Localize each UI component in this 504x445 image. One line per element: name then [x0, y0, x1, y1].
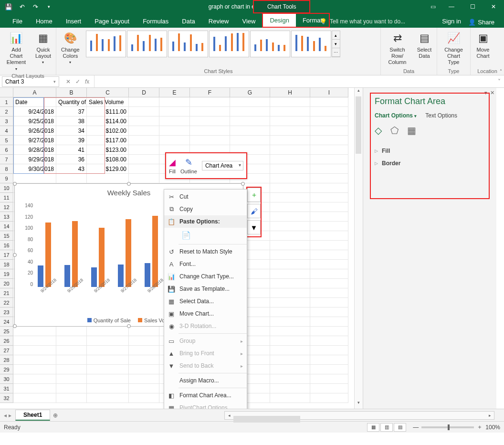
row-header[interactable]: 9: [0, 174, 13, 183]
cell[interactable]: [270, 346, 310, 355]
row-header[interactable]: 21: [0, 288, 13, 298]
cell[interactable]: [190, 126, 230, 136]
tab-insert[interactable]: Insert: [59, 15, 88, 28]
cell[interactable]: [270, 126, 310, 136]
cancel-icon[interactable]: ✕: [66, 78, 71, 85]
cell[interactable]: [270, 107, 310, 117]
cell[interactable]: [270, 212, 310, 222]
cell[interactable]: [230, 117, 270, 126]
add-sheet-button[interactable]: ⊕: [50, 412, 61, 419]
cell[interactable]: [310, 393, 348, 403]
mini-element-dropdown[interactable]: Chart Area: [202, 161, 243, 170]
ctx-font[interactable]: AFont...: [164, 258, 247, 270]
cell[interactable]: [310, 269, 348, 279]
cell[interactable]: 36: [56, 155, 87, 164]
cell[interactable]: [87, 384, 129, 393]
redo-icon[interactable]: ↷: [31, 2, 40, 11]
cell[interactable]: [129, 145, 159, 155]
chart-style-thumb[interactable]: [127, 31, 167, 57]
cell[interactable]: [190, 107, 230, 117]
cell[interactable]: 9/30/2018: [13, 164, 56, 174]
cell[interactable]: [310, 222, 348, 231]
cell[interactable]: [87, 365, 129, 374]
cell[interactable]: [310, 250, 348, 260]
zoom-out-icon[interactable]: —: [413, 424, 419, 431]
collapse-ribbon-icon[interactable]: ˄: [500, 69, 502, 74]
row-header[interactable]: 31: [0, 384, 13, 393]
cell[interactable]: [129, 136, 159, 145]
cell[interactable]: 34: [56, 126, 87, 136]
cell[interactable]: [87, 336, 129, 346]
cell[interactable]: [310, 317, 348, 327]
cell[interactable]: [310, 183, 348, 193]
zoom-in-icon[interactable]: ＋: [477, 423, 483, 431]
cell[interactable]: [310, 260, 348, 269]
row-header[interactable]: 30: [0, 374, 13, 384]
bar-group[interactable]: [118, 219, 132, 287]
pane-tab-text-options[interactable]: Text Options: [425, 112, 457, 119]
row-header[interactable]: 4: [0, 126, 13, 136]
cell[interactable]: 41: [56, 145, 87, 155]
resize-handle[interactable]: [13, 253, 17, 257]
select-all-corner[interactable]: [0, 88, 13, 97]
plot-area[interactable]: [34, 206, 168, 287]
ctx-change-chart-type[interactable]: 📊Change Chart Type...: [164, 270, 247, 283]
horizontal-scrollbar[interactable]: ◂ ▸: [224, 411, 494, 420]
tab-file[interactable]: File: [6, 15, 29, 28]
qat-dropdown-icon[interactable]: ▾: [44, 2, 53, 11]
ctx-assign-macro[interactable]: Assign Macro...: [164, 374, 247, 387]
cell[interactable]: [190, 97, 230, 107]
chart-style-thumb[interactable]: [250, 31, 290, 57]
cell[interactable]: [270, 117, 310, 126]
row-header[interactable]: 1: [0, 97, 13, 107]
cell[interactable]: [56, 336, 87, 346]
pane-section-fill[interactable]: ▷Fill: [375, 145, 485, 157]
cell[interactable]: [310, 212, 348, 222]
scroll-down-icon[interactable]: ▾: [355, 400, 363, 409]
row-header[interactable]: 24: [0, 317, 13, 327]
chart-filters-button[interactable]: ▼: [247, 220, 261, 234]
cell[interactable]: [129, 374, 159, 384]
cell[interactable]: [270, 174, 310, 183]
cell[interactable]: [310, 193, 348, 202]
cell[interactable]: [270, 269, 310, 279]
cell[interactable]: [310, 145, 348, 155]
vertical-scrollbar[interactable]: ▴ ▾: [354, 88, 363, 409]
column-header[interactable]: H: [270, 88, 310, 97]
tab-home[interactable]: Home: [29, 15, 59, 28]
chart-styles-button[interactable]: 🖌: [247, 204, 261, 218]
effects-icon[interactable]: ⬠: [390, 125, 399, 136]
row-header[interactable]: 16: [0, 241, 13, 250]
cell[interactable]: [310, 279, 348, 288]
pane-section-border[interactable]: ▷Border: [375, 157, 485, 170]
cell[interactable]: 37: [56, 107, 87, 117]
row-header[interactable]: 20: [0, 279, 13, 288]
cell[interactable]: [129, 355, 159, 365]
cell[interactable]: [270, 374, 310, 384]
cell[interactable]: [56, 384, 87, 393]
row-header[interactable]: 15: [0, 231, 13, 241]
cell[interactable]: [310, 241, 348, 250]
cell[interactable]: [270, 279, 310, 288]
cell[interactable]: [310, 155, 348, 164]
sign-in-link[interactable]: Sign in: [442, 15, 461, 28]
scroll-thumb[interactable]: [233, 416, 300, 423]
cell[interactable]: Quantity of Sale: [56, 97, 87, 107]
size-properties-icon[interactable]: ▦: [407, 125, 416, 136]
cell[interactable]: [310, 202, 348, 212]
column-header[interactable]: D: [129, 88, 159, 97]
row-header[interactable]: 29: [0, 365, 13, 374]
cell[interactable]: [190, 136, 230, 145]
cell[interactable]: [270, 327, 310, 336]
resize-handle[interactable]: [127, 324, 131, 328]
cell[interactable]: Date: [13, 97, 56, 107]
cell[interactable]: [310, 174, 348, 183]
chevron-right-icon[interactable]: ▸: [9, 412, 11, 419]
cell[interactable]: [270, 365, 310, 374]
scroll-up-icon[interactable]: ▴: [355, 88, 363, 96]
cell[interactable]: [270, 260, 310, 269]
tab-review[interactable]: Review: [202, 15, 236, 28]
row-header[interactable]: 19: [0, 269, 13, 279]
bar-group[interactable]: [64, 221, 79, 287]
cell[interactable]: [310, 126, 348, 136]
